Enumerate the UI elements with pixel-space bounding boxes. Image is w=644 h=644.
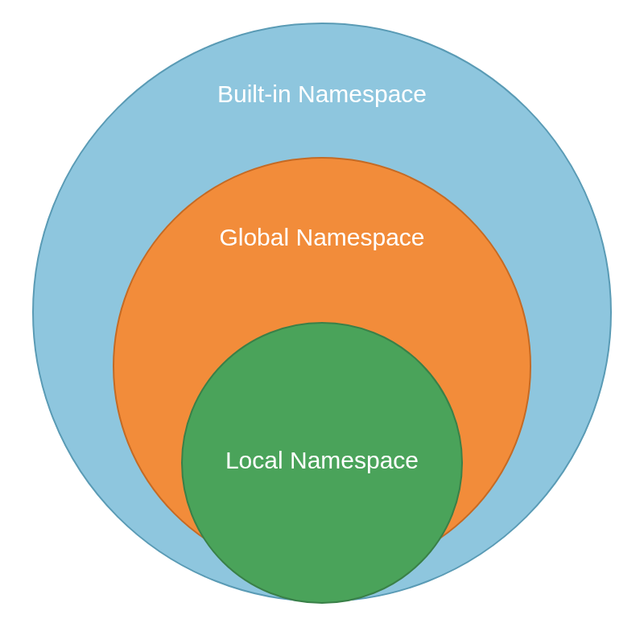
local-namespace-label: Local Namespace	[0, 447, 644, 474]
global-namespace-label: Global Namespace	[0, 224, 644, 251]
builtin-namespace-label: Built-in Namespace	[0, 80, 644, 108]
